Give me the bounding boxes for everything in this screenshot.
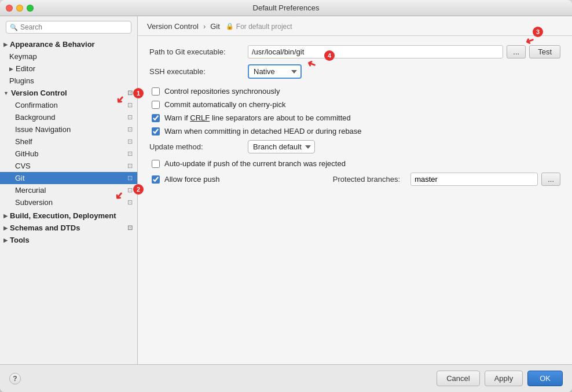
protected-controls: Protected branches: ... bbox=[333, 173, 560, 186]
window-title: Default Preferences bbox=[253, 3, 320, 12]
ssh-label: SSH executable: bbox=[149, 67, 248, 76]
main-layout: 🔍 ▶ Appearance & Behavior Keymap ▶ Edito… bbox=[0, 16, 572, 364]
sidebar-item-github[interactable]: GitHub ⊡ bbox=[0, 148, 137, 160]
commit-auto-label: Commit automatically on cherry-pick bbox=[164, 100, 286, 109]
commit-auto-checkbox[interactable] bbox=[152, 101, 160, 109]
expand-icon: ▶ bbox=[3, 213, 8, 219]
sidebar-item-appearance[interactable]: ▶ Appearance & Behavior bbox=[0, 38, 137, 50]
bottom-left: ? bbox=[9, 373, 21, 384]
close-button[interactable] bbox=[6, 5, 13, 12]
sidebar-item-label: Appearance & Behavior bbox=[10, 40, 95, 49]
sidebar-item-cvs[interactable]: CVS ⊡ bbox=[0, 160, 137, 172]
checkbox-row-3: Warn if CRLF line separators are about t… bbox=[149, 113, 560, 122]
settings-icon: ⊡ bbox=[127, 101, 133, 109]
breadcrumb-path: Version Control bbox=[147, 22, 199, 31]
sidebar: 🔍 ▶ Appearance & Behavior Keymap ▶ Edito… bbox=[0, 16, 138, 364]
search-input[interactable] bbox=[20, 23, 127, 31]
apply-button[interactable]: Apply bbox=[485, 371, 523, 386]
bottom-right: Cancel Apply OK bbox=[437, 371, 563, 386]
update-method-row: Update method: Branch default Merge Reba… bbox=[149, 140, 560, 153]
sidebar-item-schemas[interactable]: ▶ Schemas and DTDs ⊡ bbox=[0, 222, 137, 234]
project-label: For default project bbox=[236, 23, 292, 31]
breadcrumb-project: 🔒 For default project bbox=[226, 23, 292, 31]
sidebar-item-label: Confirmation bbox=[15, 101, 58, 109]
content-area: Version Control › Git 🔒 For default proj… bbox=[138, 16, 572, 364]
sidebar-item-label: Version Control bbox=[11, 89, 67, 97]
settings-icon: ⊡ bbox=[127, 113, 133, 121]
checkbox-row-1: Control repositories synchronously bbox=[149, 87, 560, 96]
protected-input[interactable] bbox=[410, 173, 538, 186]
minimize-button[interactable] bbox=[16, 5, 23, 12]
expand-icon: ▼ bbox=[3, 90, 9, 96]
sidebar-item-version-control[interactable]: ▼ Version Control ⊡ bbox=[0, 87, 137, 99]
ssh-select[interactable]: Native Built-in OpenSSH bbox=[248, 64, 302, 79]
sidebar-item-label: GitHub bbox=[15, 149, 38, 158]
sidebar-item-editor[interactable]: ▶ Editor bbox=[0, 63, 137, 75]
auto-update-checkbox[interactable] bbox=[152, 160, 160, 168]
sidebar-item-label: Shelf bbox=[15, 137, 32, 146]
force-push-label: Allow force push bbox=[164, 175, 219, 184]
force-push-checkbox-row: Allow force push bbox=[149, 175, 219, 184]
sidebar-item-background[interactable]: Background ⊡ bbox=[0, 111, 137, 123]
window-controls bbox=[6, 5, 34, 12]
sidebar-item-plugins[interactable]: Plugins bbox=[0, 75, 137, 87]
sidebar-item-label: Tools bbox=[10, 236, 30, 244]
warn-crlf-checkbox[interactable] bbox=[152, 114, 160, 122]
sidebar-item-issue-navigation[interactable]: Issue Navigation ⊡ bbox=[0, 123, 137, 135]
bottom-bar: ? Cancel Apply OK bbox=[0, 364, 572, 392]
update-select[interactable]: Branch default Merge Rebase bbox=[248, 140, 315, 153]
control-repos-checkbox[interactable] bbox=[152, 87, 160, 96]
test-button[interactable]: Test bbox=[529, 45, 560, 58]
warn-detached-label: Warn when committing in detached HEAD or… bbox=[164, 127, 362, 135]
sidebar-item-label: Background bbox=[15, 113, 55, 122]
sidebar-item-label: Build, Execution, Deployment bbox=[10, 211, 116, 220]
sidebar-item-label: Issue Navigation bbox=[15, 125, 71, 134]
sidebar-item-label: Plugins bbox=[9, 76, 34, 85]
sidebar-item-shelf[interactable]: Shelf ⊡ bbox=[0, 135, 137, 148]
sidebar-item-label: Keymap bbox=[9, 52, 37, 61]
expand-icon: ▶ bbox=[3, 225, 8, 231]
sidebar-item-label: Editor bbox=[16, 64, 35, 73]
ok-button[interactable]: OK bbox=[527, 371, 563, 386]
content-header: Version Control › Git 🔒 For default proj… bbox=[138, 16, 572, 36]
expand-icon: ▶ bbox=[3, 42, 8, 47]
sidebar-item-subversion[interactable]: Subversion ⊡ bbox=[0, 196, 137, 208]
maximize-button[interactable] bbox=[27, 5, 34, 12]
settings-icon: ⊡ bbox=[127, 126, 133, 133]
sidebar-item-build[interactable]: ▶ Build, Execution, Deployment bbox=[0, 210, 137, 222]
breadcrumb-separator: › bbox=[203, 22, 206, 31]
protected-browse-button[interactable]: ... bbox=[541, 173, 560, 186]
sidebar-item-confirmation[interactable]: Confirmation ⊡ bbox=[0, 99, 137, 111]
sidebar-item-mercurial[interactable]: Mercurial ⊡ bbox=[0, 184, 137, 196]
settings-icon: ⊡ bbox=[127, 138, 133, 145]
settings-icon: ⊡ bbox=[127, 224, 133, 232]
search-icon: 🔍 bbox=[10, 24, 18, 31]
cancel-button[interactable]: Cancel bbox=[437, 371, 479, 386]
checkbox-row-4: Warn when committing in detached HEAD or… bbox=[149, 127, 560, 135]
path-controls: ... Test bbox=[248, 45, 560, 58]
protected-label: Protected branches: bbox=[333, 175, 405, 184]
sidebar-item-tools[interactable]: ▶ Tools bbox=[0, 234, 137, 246]
sidebar-item-keymap[interactable]: Keymap bbox=[0, 50, 137, 63]
sidebar-item-git[interactable]: Git ⊡ bbox=[0, 172, 137, 184]
lock-icon: 🔒 bbox=[226, 23, 234, 30]
path-browse-button[interactable]: ... bbox=[507, 45, 526, 58]
search-box[interactable]: 🔍 bbox=[6, 21, 131, 34]
dialog-window: Default Preferences 🔍 ▶ Appearance & Beh… bbox=[0, 0, 572, 392]
expand-icon: ▶ bbox=[3, 237, 8, 243]
checkbox-row-2: Commit automatically on cherry-pick bbox=[149, 100, 560, 109]
auto-update-label: Auto-update if push of the current branc… bbox=[164, 159, 346, 168]
warn-detached-checkbox[interactable] bbox=[152, 127, 160, 135]
ssh-controls: Native Built-in OpenSSH bbox=[248, 64, 560, 79]
settings-icon: ⊡ bbox=[127, 199, 133, 206]
settings-icon: ⊡ bbox=[127, 186, 133, 194]
sidebar-item-label: Schemas and DTDs bbox=[10, 224, 80, 232]
settings-icon: ⊡ bbox=[127, 89, 133, 97]
sidebar-item-label: CVS bbox=[15, 162, 31, 170]
force-push-row: Allow force push Protected branches: ... bbox=[149, 173, 560, 186]
help-button[interactable]: ? bbox=[9, 373, 21, 384]
settings-icon: ⊡ bbox=[127, 174, 133, 182]
path-input[interactable] bbox=[248, 45, 503, 58]
sidebar-item-label: Mercurial bbox=[15, 186, 46, 195]
force-push-checkbox[interactable] bbox=[152, 175, 160, 184]
